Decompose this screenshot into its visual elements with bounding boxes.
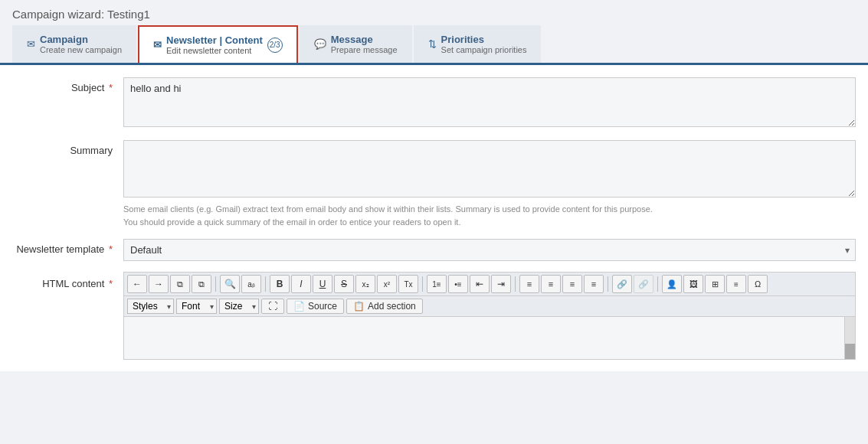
align-left-button[interactable]: ≡ <box>519 275 539 293</box>
add-section-label: Add section <box>368 301 416 312</box>
html-content-row: HTML content * ← → ⧉ ⧉ 🔍 aᵦ B I U S x₂ x… <box>12 272 856 360</box>
summary-hint: Some email clients (e.g. Gmail) extract … <box>123 203 856 228</box>
align-right-button[interactable]: ≡ <box>562 275 582 293</box>
message-icon: 💬 <box>314 38 326 50</box>
underline-button[interactable]: U <box>313 275 332 293</box>
image-button[interactable]: 🖼 <box>683 275 703 293</box>
tab-campaign[interactable]: ✉ Campaign Create new campaign <box>12 25 136 63</box>
editor-scrollbar[interactable] <box>844 317 855 359</box>
sep6 <box>657 276 658 292</box>
sep3 <box>422 276 423 292</box>
sep2 <box>265 276 266 292</box>
styles-select-wrap: Styles <box>127 299 174 314</box>
html-content-label: HTML content * <box>12 272 123 289</box>
unordered-list-button[interactable]: •≡ <box>448 275 468 293</box>
tab-campaign-label: Campaign <box>40 34 122 45</box>
iframe-button[interactable]: ≡ <box>726 275 746 293</box>
toolbar-row2: Styles Font Size ⛶ 📄 <box>124 296 855 317</box>
italic-button[interactable]: I <box>291 275 311 293</box>
sep5 <box>608 276 608 292</box>
align-center-button[interactable]: ≡ <box>541 275 561 293</box>
link-button[interactable]: 🔗 <box>612 275 632 293</box>
image-placeholder-button[interactable]: 👤 <box>662 275 682 293</box>
source-button[interactable]: 📄 Source <box>287 299 344 314</box>
add-section-button[interactable]: 📋 Add section <box>346 299 423 314</box>
newsletter-template-select[interactable]: Default <box>123 239 856 261</box>
summary-label: Summary <box>12 140 123 156</box>
tabs-bar: ✉ Campaign Create new campaign ✉ Newslet… <box>0 25 868 65</box>
fullscreen-icon: ⛶ <box>268 301 277 312</box>
newsletter-template-field: Default ▾ <box>123 239 856 261</box>
summary-input[interactable] <box>123 140 856 198</box>
source-icon: 📄 <box>293 301 305 312</box>
subject-row: Subject * hello and hi <box>12 77 856 129</box>
font-select[interactable]: Font <box>176 299 217 314</box>
replace-button[interactable]: aᵦ <box>241 275 261 293</box>
tab-newsletter-sublabel: Edit newsletter content <box>166 46 263 55</box>
newsletter-template-row: Newsletter template * Default ▾ <box>12 239 856 261</box>
summary-field: Some email clients (e.g. Gmail) extract … <box>123 140 856 228</box>
tab-newsletter-label: Newsletter | Content <box>166 34 263 46</box>
page-title: Campaign wizard: Testing1 <box>0 0 868 25</box>
priorities-icon: ⇅ <box>428 38 437 50</box>
campaign-icon: ✉ <box>27 38 35 50</box>
strikethrough-button[interactable]: S <box>334 275 354 293</box>
subject-field: hello and hi <box>123 77 856 129</box>
undo-button[interactable]: ← <box>127 275 147 293</box>
redo-button[interactable]: → <box>149 275 169 293</box>
tab-message-sublabel: Prepare message <box>331 45 398 54</box>
tab-campaign-sublabel: Create new campaign <box>40 45 122 54</box>
sep4 <box>515 276 516 292</box>
find-button[interactable]: 🔍 <box>220 275 240 293</box>
tab-priorities-label: Priorities <box>441 34 527 45</box>
editor-body[interactable] <box>124 317 855 359</box>
ordered-list-button[interactable]: 1≡ <box>427 275 447 293</box>
add-section-icon: 📋 <box>353 301 365 312</box>
tab-priorities[interactable]: ⇅ Priorities Set campaign priorities <box>414 25 542 63</box>
tab-message-label: Message <box>331 34 398 45</box>
paste-button[interactable]: ⧉ <box>192 275 211 293</box>
tab-priorities-sublabel: Set campaign priorities <box>441 45 527 54</box>
tab-newsletter-content[interactable]: ✉ Newsletter | Content Edit newsletter c… <box>138 25 298 63</box>
tab-message[interactable]: 💬 Message Prepare message <box>300 25 412 63</box>
newsletter-icon: ✉ <box>153 39 162 51</box>
bold-button[interactable]: B <box>270 275 290 293</box>
sep1 <box>215 276 216 292</box>
remove-format-button[interactable]: Tx <box>398 275 418 293</box>
indent-decrease-button[interactable]: ⇤ <box>470 275 490 293</box>
table-button[interactable]: ⊞ <box>705 275 725 293</box>
subject-input[interactable]: hello and hi <box>123 77 856 127</box>
styles-select[interactable]: Styles <box>127 299 174 314</box>
source-label: Source <box>308 301 337 312</box>
main-content: Subject * hello and hi Summary Some emai… <box>0 65 868 371</box>
fullscreen-button[interactable]: ⛶ <box>261 299 284 314</box>
font-select-wrap: Font <box>176 299 217 314</box>
justify-button[interactable]: ≡ <box>584 275 604 293</box>
subscript-button[interactable]: x₂ <box>355 275 375 293</box>
subject-label: Subject * <box>12 77 123 93</box>
editor-wrapper: ← → ⧉ ⧉ 🔍 aᵦ B I U S x₂ x² Tx 1≡ •≡ ⇤ ⇥ <box>123 272 856 360</box>
newsletter-template-label: Newsletter template * <box>12 239 123 255</box>
indent-increase-button[interactable]: ⇥ <box>491 275 511 293</box>
size-select-wrap: Size <box>219 299 259 314</box>
size-select[interactable]: Size <box>219 299 259 314</box>
superscript-button[interactable]: x² <box>377 275 397 293</box>
editor-scrollbar-thumb <box>845 344 855 359</box>
unlink-button[interactable]: 🔗 <box>634 275 653 293</box>
copy-button[interactable]: ⧉ <box>170 275 190 293</box>
subject-required: * <box>106 82 113 93</box>
summary-row: Summary Some email clients (e.g. Gmail) … <box>12 140 856 228</box>
toolbar-row1: ← → ⧉ ⧉ 🔍 aᵦ B I U S x₂ x² Tx 1≡ •≡ ⇤ ⇥ <box>124 273 855 296</box>
special-char-button[interactable]: Ω <box>748 275 768 293</box>
tab-newsletter-badge: 2/3 <box>267 38 283 53</box>
